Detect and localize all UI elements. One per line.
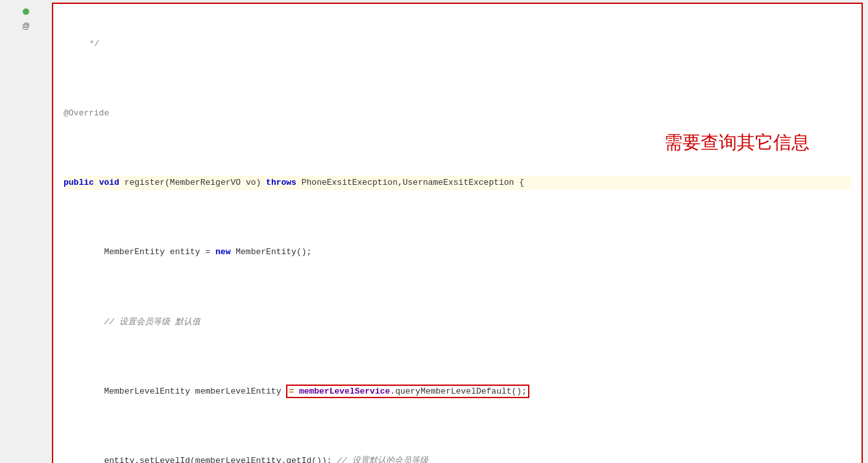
main-container: @ */ @Override public void register(Memb… (0, 0, 868, 463)
line-override: @Override (64, 106, 851, 120)
line-set-level: entity.setLevelId(memberLevelEntity.getI… (64, 454, 851, 463)
highlighted-code: = memberLevelService.queryMemberLevelDef… (286, 385, 529, 398)
at-icon: @ (21, 21, 31, 31)
bookmark-icon (21, 6, 31, 17)
line-comment-level: // 设置会员等级 默认值 (64, 315, 851, 329)
code-panel: */ @Override public void register(Member… (52, 3, 863, 463)
code-content: */ @Override public void register(Member… (53, 4, 862, 463)
line-entity-decl: MemberEntity entity = new MemberEntity()… (64, 245, 851, 259)
line-method-sig: public void register(MemberReigerVO vo) … (64, 176, 851, 189)
left-gutter: @ (0, 0, 52, 463)
line-member-level: MemberLevelEntity memberLevelEntity = me… (64, 385, 851, 398)
top-comment: */ (64, 34, 851, 51)
